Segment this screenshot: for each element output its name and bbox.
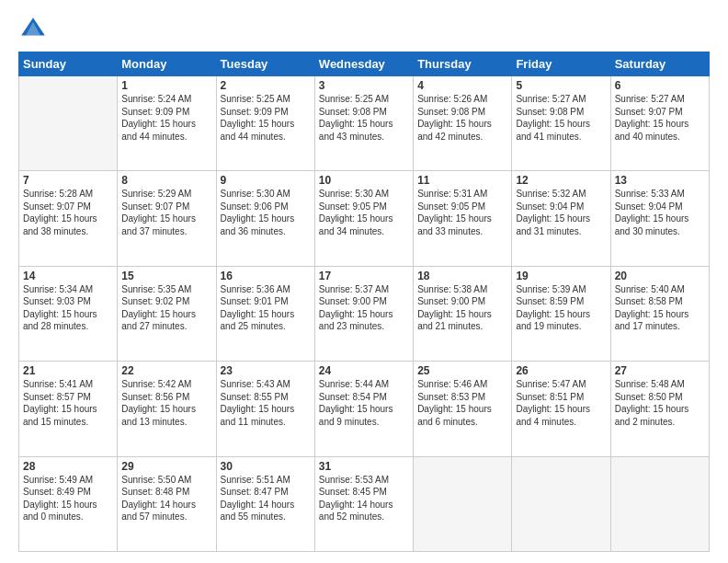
day-info: Sunrise: 5:27 AM Sunset: 9:08 PM Dayligh… [516, 93, 606, 143]
calendar-header-day: Friday [512, 52, 610, 76]
day-number: 11 [417, 174, 507, 187]
calendar-week-row: 14Sunrise: 5:34 AM Sunset: 9:03 PM Dayli… [19, 266, 710, 361]
calendar-day-cell: 4Sunrise: 5:26 AM Sunset: 9:08 PM Daylig… [414, 76, 512, 171]
day-info: Sunrise: 5:25 AM Sunset: 9:09 PM Dayligh… [221, 93, 311, 143]
logo-icon [18, 15, 48, 44]
day-number: 10 [319, 174, 409, 187]
calendar-day-cell: 19Sunrise: 5:39 AM Sunset: 8:59 PM Dayli… [512, 266, 610, 361]
calendar-day-cell [610, 456, 709, 551]
calendar-header-day: Monday [118, 52, 216, 76]
calendar-header-day: Tuesday [216, 52, 314, 76]
day-info: Sunrise: 5:28 AM Sunset: 9:07 PM Dayligh… [23, 188, 113, 237]
calendar-day-cell: 14Sunrise: 5:34 AM Sunset: 9:03 PM Dayli… [19, 266, 118, 361]
calendar-header-row: SundayMondayTuesdayWednesdayThursdayFrid… [19, 52, 710, 76]
calendar-day-cell [19, 76, 118, 171]
calendar-day-cell: 18Sunrise: 5:38 AM Sunset: 9:00 PM Dayli… [414, 266, 512, 361]
day-number: 13 [615, 174, 705, 187]
calendar-week-row: 21Sunrise: 5:41 AM Sunset: 8:57 PM Dayli… [19, 362, 710, 456]
calendar-week-row: 1Sunrise: 5:24 AM Sunset: 9:09 PM Daylig… [19, 76, 710, 171]
day-number: 1 [121, 79, 211, 92]
calendar-day-cell: 15Sunrise: 5:35 AM Sunset: 9:02 PM Dayli… [118, 266, 216, 361]
day-info: Sunrise: 5:25 AM Sunset: 9:08 PM Dayligh… [319, 93, 409, 143]
day-number: 28 [23, 460, 113, 473]
calendar-day-cell: 9Sunrise: 5:30 AM Sunset: 9:06 PM Daylig… [216, 171, 314, 266]
day-info: Sunrise: 5:40 AM Sunset: 8:58 PM Dayligh… [615, 283, 705, 333]
day-info: Sunrise: 5:33 AM Sunset: 9:04 PM Dayligh… [615, 188, 705, 237]
day-number: 22 [121, 364, 211, 377]
day-info: Sunrise: 5:53 AM Sunset: 8:45 PM Dayligh… [319, 474, 409, 523]
day-number: 7 [23, 174, 113, 187]
day-info: Sunrise: 5:47 AM Sunset: 8:51 PM Dayligh… [516, 378, 606, 428]
day-number: 30 [221, 460, 311, 473]
calendar-day-cell: 5Sunrise: 5:27 AM Sunset: 9:08 PM Daylig… [512, 76, 610, 171]
calendar-day-cell: 13Sunrise: 5:33 AM Sunset: 9:04 PM Dayli… [610, 171, 709, 266]
calendar-day-cell: 6Sunrise: 5:27 AM Sunset: 9:07 PM Daylig… [610, 76, 709, 171]
day-info: Sunrise: 5:46 AM Sunset: 8:53 PM Dayligh… [417, 378, 507, 428]
day-info: Sunrise: 5:35 AM Sunset: 9:02 PM Dayligh… [121, 283, 211, 333]
calendar-day-cell: 2Sunrise: 5:25 AM Sunset: 9:09 PM Daylig… [216, 76, 314, 171]
calendar-day-cell: 7Sunrise: 5:28 AM Sunset: 9:07 PM Daylig… [19, 171, 118, 266]
day-number: 23 [221, 364, 311, 377]
day-info: Sunrise: 5:32 AM Sunset: 9:04 PM Dayligh… [516, 188, 606, 237]
calendar-day-cell: 21Sunrise: 5:41 AM Sunset: 8:57 PM Dayli… [19, 362, 118, 456]
day-number: 31 [319, 460, 409, 473]
day-info: Sunrise: 5:41 AM Sunset: 8:57 PM Dayligh… [23, 378, 113, 428]
calendar-day-cell [414, 456, 512, 551]
calendar-header-day: Saturday [610, 52, 709, 76]
day-number: 19 [516, 270, 606, 282]
day-info: Sunrise: 5:26 AM Sunset: 9:08 PM Dayligh… [417, 93, 507, 143]
day-number: 5 [516, 79, 606, 92]
day-number: 15 [121, 270, 211, 282]
day-number: 16 [221, 270, 311, 282]
calendar-day-cell: 1Sunrise: 5:24 AM Sunset: 9:09 PM Daylig… [118, 76, 216, 171]
day-info: Sunrise: 5:37 AM Sunset: 9:00 PM Dayligh… [319, 283, 409, 333]
day-info: Sunrise: 5:30 AM Sunset: 9:06 PM Dayligh… [221, 188, 311, 237]
calendar-table: SundayMondayTuesdayWednesdayThursdayFrid… [18, 52, 710, 552]
calendar-day-cell: 22Sunrise: 5:42 AM Sunset: 8:56 PM Dayli… [118, 362, 216, 456]
calendar-day-cell: 8Sunrise: 5:29 AM Sunset: 9:07 PM Daylig… [118, 171, 216, 266]
day-info: Sunrise: 5:39 AM Sunset: 8:59 PM Dayligh… [516, 283, 606, 333]
day-info: Sunrise: 5:42 AM Sunset: 8:56 PM Dayligh… [121, 378, 211, 428]
day-number: 9 [221, 174, 311, 187]
day-number: 20 [615, 270, 705, 282]
calendar-header-day: Thursday [414, 52, 512, 76]
day-number: 29 [121, 460, 211, 473]
calendar-day-cell: 26Sunrise: 5:47 AM Sunset: 8:51 PM Dayli… [512, 362, 610, 456]
day-info: Sunrise: 5:30 AM Sunset: 9:05 PM Dayligh… [319, 188, 409, 237]
day-info: Sunrise: 5:48 AM Sunset: 8:50 PM Dayligh… [615, 378, 705, 428]
day-info: Sunrise: 5:29 AM Sunset: 9:07 PM Dayligh… [121, 188, 211, 237]
calendar-day-cell: 3Sunrise: 5:25 AM Sunset: 9:08 PM Daylig… [314, 76, 413, 171]
calendar-header-day: Wednesday [314, 52, 413, 76]
day-info: Sunrise: 5:43 AM Sunset: 8:55 PM Dayligh… [221, 378, 311, 428]
day-number: 25 [417, 364, 507, 377]
day-info: Sunrise: 5:44 AM Sunset: 8:54 PM Dayligh… [319, 378, 409, 428]
day-info: Sunrise: 5:51 AM Sunset: 8:47 PM Dayligh… [221, 474, 311, 523]
day-number: 17 [319, 270, 409, 282]
day-info: Sunrise: 5:34 AM Sunset: 9:03 PM Dayligh… [23, 283, 113, 333]
header [18, 15, 710, 44]
day-number: 6 [615, 79, 705, 92]
calendar-day-cell [512, 456, 610, 551]
day-number: 3 [319, 79, 409, 92]
day-number: 2 [221, 79, 311, 92]
calendar-day-cell: 31Sunrise: 5:53 AM Sunset: 8:45 PM Dayli… [314, 456, 413, 551]
calendar-day-cell: 30Sunrise: 5:51 AM Sunset: 8:47 PM Dayli… [216, 456, 314, 551]
logo [18, 15, 51, 44]
calendar-day-cell: 25Sunrise: 5:46 AM Sunset: 8:53 PM Dayli… [414, 362, 512, 456]
day-info: Sunrise: 5:49 AM Sunset: 8:49 PM Dayligh… [23, 474, 113, 523]
calendar-week-row: 7Sunrise: 5:28 AM Sunset: 9:07 PM Daylig… [19, 171, 710, 266]
calendar-day-cell: 23Sunrise: 5:43 AM Sunset: 8:55 PM Dayli… [216, 362, 314, 456]
calendar-day-cell: 28Sunrise: 5:49 AM Sunset: 8:49 PM Dayli… [19, 456, 118, 551]
day-number: 8 [121, 174, 211, 187]
day-number: 21 [23, 364, 113, 377]
calendar-week-row: 28Sunrise: 5:49 AM Sunset: 8:49 PM Dayli… [19, 456, 710, 551]
day-number: 27 [615, 364, 705, 377]
calendar-day-cell: 29Sunrise: 5:50 AM Sunset: 8:48 PM Dayli… [118, 456, 216, 551]
day-number: 18 [417, 270, 507, 282]
day-info: Sunrise: 5:31 AM Sunset: 9:05 PM Dayligh… [417, 188, 507, 237]
calendar-day-cell: 17Sunrise: 5:37 AM Sunset: 9:00 PM Dayli… [314, 266, 413, 361]
calendar-day-cell: 27Sunrise: 5:48 AM Sunset: 8:50 PM Dayli… [610, 362, 709, 456]
calendar-day-cell: 12Sunrise: 5:32 AM Sunset: 9:04 PM Dayli… [512, 171, 610, 266]
day-number: 26 [516, 364, 606, 377]
day-number: 14 [23, 270, 113, 282]
